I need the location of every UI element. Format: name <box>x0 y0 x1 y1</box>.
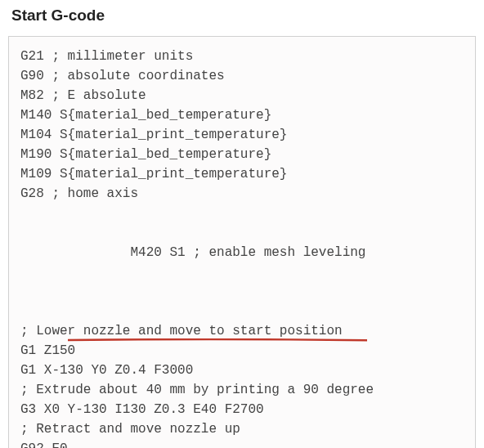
code-line: G92 E0 <box>20 439 464 448</box>
code-text: M420 S1 ; enable mesh leveling <box>130 245 365 260</box>
code-line: M82 ; E absolute <box>20 86 464 105</box>
code-line: G3 X0 Y-130 I130 Z0.3 E40 F2700 <box>20 400 464 419</box>
code-line: M109 S{material_print_temperature} <box>20 164 464 184</box>
code-line: G28 ; home axis <box>20 184 464 204</box>
red-underline-annotation <box>68 299 368 302</box>
code-line: M104 S{material_print_temperature} <box>20 125 464 145</box>
gcode-block: G21 ; millimeter units G90 ; absolute co… <box>8 36 476 448</box>
highlighted-text: M420 S1 ; enable mesh leveling <box>68 223 366 302</box>
code-line-highlighted: M420 S1 ; enable mesh leveling <box>20 204 464 321</box>
code-line: G90 ; absolute coordinates <box>20 66 464 86</box>
code-line: ; Lower nozzle and move to start positio… <box>20 321 464 341</box>
code-line: G1 X-130 Y0 Z0.4 F3000 <box>20 361 464 380</box>
code-line: M140 S{material_bed_temperature} <box>20 105 464 125</box>
section-heading: Start G-code <box>11 7 476 25</box>
document-page: Start G-code G21 ; millimeter units G90 … <box>0 0 484 448</box>
code-line: ; Retract and move nozzle up <box>20 419 464 439</box>
code-line: M190 S{material_bed_temperature} <box>20 145 464 164</box>
code-line: G21 ; millimeter units <box>20 47 464 66</box>
code-line: G1 Z150 <box>20 341 464 361</box>
code-line: ; Extrude about 40 mm by printing a 90 d… <box>20 380 464 400</box>
